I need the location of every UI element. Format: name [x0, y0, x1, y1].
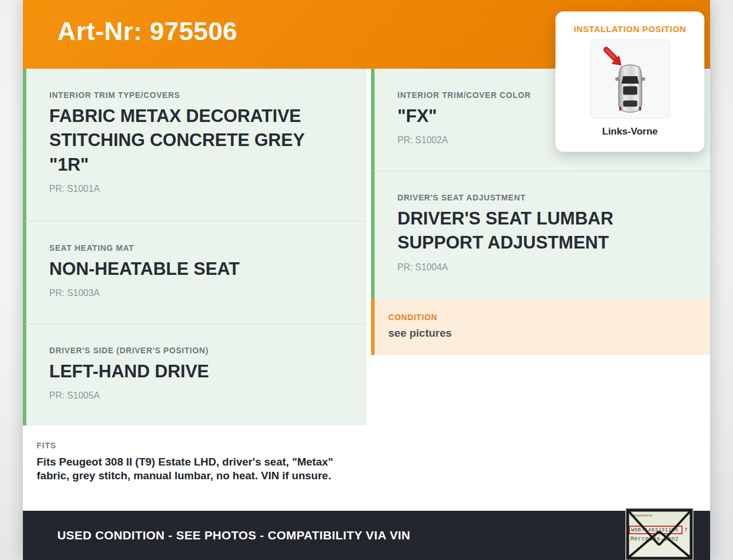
car-top-view-icon — [591, 40, 669, 119]
spec-card-drivers-side: DRIVER'S SIDE (DRIVER'S POSITION) LEFT-H… — [23, 324, 366, 425]
envelope-icon — [626, 508, 693, 560]
spec-value: DRIVER'S SEAT LUMBAR SUPPORT ADJUSTMENT — [397, 207, 672, 255]
car-rear-window — [623, 100, 637, 107]
installation-position-caption: Links-Vorne — [555, 126, 704, 137]
footer-banner: USED CONDITION - SEE PHOTOS - COMPATIBIL… — [23, 511, 710, 560]
vin-document-stamp: Fahrgestell-Nr. WDB71463J31298 7 Mercede… — [626, 508, 693, 560]
spec-pr-code: PR: S1001A — [49, 184, 344, 194]
spec-label: INTERIOR TRIM TYPE/COVERS — [49, 90, 344, 100]
condition-value: see pictures — [388, 327, 693, 340]
spec-value: LEFT-HAND DRIVE — [49, 360, 324, 384]
installation-position-label: INSTALLATION POSITION — [555, 24, 704, 34]
footer-text: USED CONDITION - SEE PHOTOS - COMPATIBIL… — [23, 529, 411, 542]
red-arrow-icon — [606, 50, 621, 66]
spec-card-seat-adjustment: DRIVER'S SEAT ADJUSTMENT DRIVER'S SEAT L… — [371, 171, 710, 299]
spec-pr-code: PR: S1003A — [49, 288, 344, 298]
spec-card-seat-heating: SEAT HEATING MAT NON-HEATABLE SEAT PR: S… — [23, 221, 366, 324]
spec-pr-code: PR: S1005A — [49, 391, 344, 401]
spec-value: FABRIC METAX DECORATIVE STITCHING CONCRE… — [49, 104, 324, 177]
condition-card: CONDITION see pictures — [371, 299, 710, 355]
spec-card-trim-type: INTERIOR TRIM TYPE/COVERS FABRIC METAX D… — [23, 69, 366, 221]
car-windshield — [621, 76, 639, 84]
fits-label: FITS — [37, 441, 349, 450]
spec-label: SEAT HEATING MAT — [49, 243, 344, 253]
car-sunroof — [623, 86, 637, 95]
fits-text: Fits Peugeot 308 II (T9) Estate LHD, dri… — [37, 455, 349, 483]
column-left: INTERIOR TRIM TYPE/COVERS FABRIC METAX D… — [23, 69, 366, 508]
page-title: Art-Nr: 975506 — [23, 17, 238, 52]
installation-position-card: INSTALLATION POSITION — [555, 11, 704, 152]
car-top-view-image — [590, 40, 670, 119]
spec-label: DRIVER'S SEAT ADJUSTMENT — [397, 193, 687, 202]
car-taillight-right — [639, 107, 641, 111]
condition-label: CONDITION — [388, 313, 693, 322]
spec-label: DRIVER'S SIDE (DRIVER'S POSITION) — [49, 346, 344, 355]
listing-page: Art-Nr: 975506 INSTALLATION POSITION — [23, 0, 710, 560]
spec-value: NON-HEATABLE SEAT — [49, 257, 324, 281]
fits-card: FITS Fits Peugeot 308 II (T9) Estate LHD… — [23, 425, 366, 508]
car-taillight-left — [619, 107, 621, 111]
spec-pr-code: PR: S1004A — [397, 262, 687, 273]
